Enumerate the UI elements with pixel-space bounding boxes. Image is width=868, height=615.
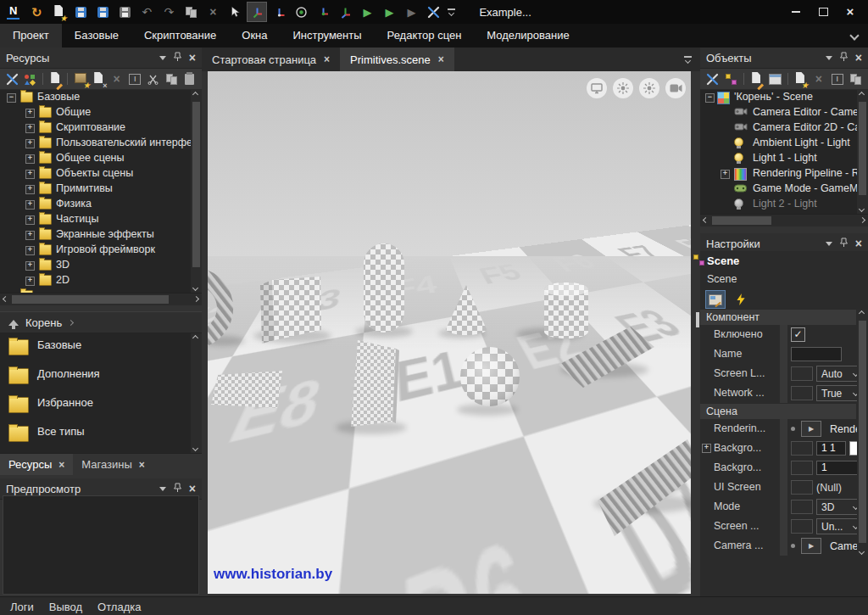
panel-menu-icon[interactable] [159,487,166,491]
menu-item-Скриптование[interactable]: Скриптование [131,24,229,48]
delete-button[interactable]: × [203,2,223,22]
expand-reference-button[interactable]: ▶ [801,538,821,554]
sync-button[interactable]: ↻ [26,2,47,22]
toolbar-overflow-button[interactable] [445,2,465,22]
scroll-left-icon[interactable] [3,296,8,302]
restore-button[interactable] [817,6,829,18]
tree-item[interactable]: Light 2 - Light [700,197,868,212]
property-row[interactable]: Включено✓ [700,325,856,344]
expand-icon[interactable]: + [25,246,35,255]
panel-tab-Ресурсы[interactable]: Ресурсы× [0,454,73,475]
folder-list-item[interactable]: Дополнения [0,362,202,391]
tree-item[interactable]: Camera Editor - Camera [700,105,868,120]
tree-item-root[interactable]: −Базовые [0,90,202,105]
scroll-right-icon[interactable] [860,217,865,223]
property-row[interactable]: UI Screen(Null) [700,478,856,497]
scale-gizmo-button[interactable] [335,2,355,22]
primitive-stairs-near[interactable] [598,439,691,536]
property-row[interactable]: Camera ...▶Camera [700,536,856,556]
expand-icon[interactable]: + [25,231,35,240]
property-row[interactable]: Backgro...1 [700,458,856,478]
undo-button[interactable]: ↶ [136,2,157,22]
editor-tab[interactable]: Primitives.scene× [340,48,454,71]
dropdown[interactable]: 3D [816,499,862,515]
tree-item[interactable]: Game Mode - GameMode [700,182,868,197]
paste-resource-button[interactable] [181,71,198,87]
tree-item[interactable]: Camera Editor 2D - Cam [700,120,868,136]
scroll-thumb[interactable] [192,102,200,267]
move-gizmo-button[interactable] [247,2,267,22]
watermark-link[interactable]: www.historian.by [214,566,332,583]
tree-item[interactable]: +Объекты сцены [0,166,202,182]
run-project-button[interactable]: ▶ [379,2,399,22]
primitive-sphere[interactable] [460,347,520,406]
dropdown[interactable]: Auto [816,366,862,382]
close-icon[interactable]: × [189,484,196,494]
panel-menu-icon[interactable] [159,56,166,60]
tree-item[interactable]: +Экранные эффекты [0,227,202,243]
collapse-icon[interactable]: − [705,93,715,103]
scroll-down-icon[interactable] [859,549,865,555]
status-tab-Отладка[interactable]: Отладка [97,601,141,613]
menu-item-Инструменты[interactable]: Инструменты [281,24,375,48]
folders-vscrollbar[interactable] [191,333,202,453]
default-indicator-box[interactable] [791,461,813,475]
open-window-button[interactable] [767,71,783,87]
close-tab-icon[interactable]: × [139,459,145,471]
pin-icon[interactable] [840,238,848,250]
move-snap-gizmo-button[interactable] [269,2,289,22]
expand-icon[interactable]: + [25,200,35,210]
menu-item-Редактор сцен[interactable]: Редактор сцен [375,24,475,48]
tree-item[interactable]: +Примитивы [0,182,202,197]
up-arrow-icon[interactable] [8,320,19,326]
panel-menu-icon[interactable] [826,242,832,246]
tree-item[interactable]: +Пользовательский интерфейс [0,136,202,151]
expand-icon[interactable]: + [25,185,35,194]
property-row[interactable]: Renderin...▶Renderin [700,419,856,439]
scroll-right-icon[interactable] [193,296,199,302]
duplicate-object-button[interactable] [848,71,864,87]
default-indicator-box[interactable] [791,441,813,456]
scroll-thumb[interactable] [12,295,169,304]
pin-icon[interactable] [174,483,181,495]
menu-item-Моделирование[interactable]: Моделирование [474,24,581,48]
expand-icon[interactable]: + [25,109,35,118]
resources-vscrollbar[interactable] [191,90,202,293]
dropdown[interactable]: True [816,385,862,401]
primitive-plane[interactable] [211,371,282,408]
redo-button[interactable]: ↷ [159,2,179,22]
project-settings-button[interactable] [423,2,443,22]
expand-icon[interactable]: + [25,154,35,164]
expand-icon[interactable]: + [25,124,35,133]
play-scene-button[interactable]: ▶ [357,2,377,22]
panel-menu-icon[interactable] [826,56,832,60]
collapse-icon[interactable]: − [7,93,16,103]
objects-hscrollbar[interactable] [700,214,868,226]
resources-hscrollbar[interactable] [0,293,202,305]
menu-item-Базовые[interactable]: Базовые [62,24,131,48]
scroll-down-icon[interactable] [192,285,198,291]
objects-vscrollbar[interactable] [857,90,868,214]
tree-item[interactable]: Light 1 - Light [700,151,868,166]
edit-object-button[interactable] [748,71,765,87]
default-indicator-box[interactable] [791,386,813,400]
primitive-torus[interactable] [208,268,233,348]
display-mode-button[interactable] [587,78,607,98]
expand-icon[interactable]: + [721,170,730,179]
expand-reference-button[interactable]: ▶ [801,421,821,437]
ambient-light-button[interactable] [639,78,659,98]
menu-collapse-icon[interactable] [851,30,858,42]
primitive-standing-plane[interactable] [351,340,399,427]
resources-breadcrumb[interactable]: Корень [0,311,202,333]
tab-overflow-icon[interactable] [684,56,692,63]
events-tab[interactable] [731,290,751,309]
import-resource-button[interactable]: × [91,71,107,87]
close-tab-icon[interactable]: × [438,53,444,65]
splitter-grip[interactable] [696,312,699,327]
primitive-capsule[interactable] [364,243,404,333]
tree-item[interactable]: +2D [0,273,202,288]
scroll-left-icon[interactable] [703,217,709,223]
property-row[interactable]: Screen ...Un... [700,517,856,536]
duplicate-button[interactable] [181,2,201,22]
editor-tab[interactable]: Стартовая страница× [202,48,340,71]
